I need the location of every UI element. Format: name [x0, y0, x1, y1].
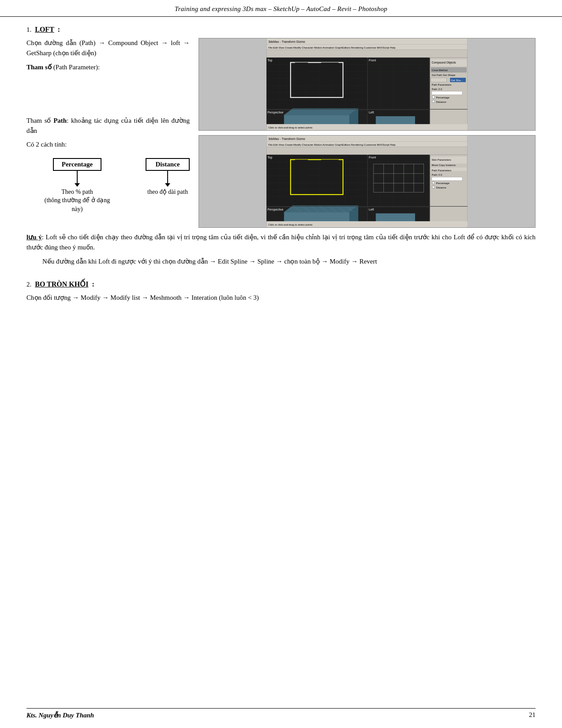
- loft-para1: Chọn đường dẫn (Path) → Compound Object …: [26, 38, 190, 59]
- svg-point-132: [432, 181, 435, 184]
- svg-rect-23: [321, 62, 339, 84]
- svg-rect-131: [432, 177, 462, 181]
- svg-rect-25: [368, 58, 429, 109]
- svg-text:Percentage: Percentage: [436, 96, 450, 99]
- page: Training and expressing 3Ds max – Sketch…: [0, 0, 562, 728]
- percentage-box-wrap: Percentage Theo % path (thông thường để …: [44, 158, 110, 214]
- svg-text:File  Edit  View  Create  Modi: File Edit View Create Modify Character M…: [268, 143, 396, 146]
- svg-text:Path Parameters: Path Parameters: [432, 169, 452, 172]
- svg-text:Path: 0.0: Path: 0.0: [432, 88, 442, 91]
- svg-rect-57: [431, 78, 447, 82]
- loft-para2-bold: Tham số: [26, 64, 52, 71]
- section-loft-heading: 1. LOFT:: [26, 26, 536, 34]
- footer-author: Kts. Nguyễn Duy Thanh: [26, 711, 94, 719]
- svg-text:Click or click-and-drag to sel: Click or click-and-drag to select points: [268, 223, 312, 226]
- percentage-arrow: [77, 171, 78, 184]
- svg-text:Move  Copy  Instance: Move Copy Instance: [432, 164, 456, 166]
- svg-text:Percentage: Percentage: [436, 182, 450, 185]
- svg-rect-22: [295, 62, 308, 84]
- svg-text:Click or click-and-drag to sel: Click or click-and-drag to select points: [268, 126, 312, 129]
- section-loft-number: 1.: [26, 26, 31, 34]
- section-botron-number: 2.: [26, 281, 31, 288]
- footer-page-number: 21: [529, 711, 536, 719]
- svg-rect-76: [266, 155, 367, 207]
- svg-point-134: [432, 186, 435, 189]
- loft-two-col: Chọn đường dẫn (Path) → Compound Object …: [26, 38, 536, 228]
- svg-text:Get Path  Get Shape: Get Path Get Shape: [432, 74, 456, 76]
- main-content: 1. LOFT: Chọn đường dẫn (Path) → Compoun…: [0, 17, 562, 351]
- page-header: Training and expressing 3Ds max – Sketch…: [0, 0, 562, 17]
- svg-rect-94: [368, 155, 429, 207]
- page-footer: Kts. Nguyễn Duy Thanh 21: [26, 708, 536, 719]
- screenshot-2: 3dsMax - Transform Gizmo File Edit View …: [199, 135, 536, 228]
- svg-rect-5: [266, 50, 468, 58]
- loft-para2: Tham số (Path Parameter):: [26, 62, 190, 72]
- svg-text:Top: Top: [267, 156, 272, 159]
- svg-rect-92: [321, 159, 339, 181]
- note-underline: lưu ý: [26, 234, 42, 241]
- svg-point-65: [432, 100, 435, 103]
- distance-label: theo độ dài path: [147, 188, 188, 196]
- distance-box: Distance: [146, 158, 190, 171]
- svg-text:Left: Left: [369, 208, 374, 211]
- loft-para-indent: Nếu đường dẫn khi Loft đi ngược với ý th…: [26, 256, 536, 267]
- loft-screenshots: 3dsMax - Transform Gizmo File Edit View …: [199, 38, 536, 228]
- percentage-label: Theo % path (thông thường để ở dạng này): [44, 188, 110, 214]
- section-loft-title: LOFT: [35, 26, 54, 34]
- svg-text:3dsMax - Transform Gizmo: 3dsMax - Transform Gizmo: [268, 137, 305, 140]
- svg-text:3dsMax - Transform Gizmo: 3dsMax - Transform Gizmo: [268, 40, 305, 43]
- svg-rect-75: [266, 147, 468, 155]
- svg-text:Get Sha...: Get Sha...: [451, 79, 463, 82]
- svg-text:Path: 0.0: Path: 0.0: [432, 174, 442, 176]
- loft-para4: Có 2 cách tính:: [26, 140, 190, 150]
- svg-text:Path Parameters: Path Parameters: [432, 83, 452, 86]
- svg-text:Compound Objects: Compound Objects: [432, 61, 456, 64]
- distance-box-wrap: Distance theo độ dài path: [146, 158, 190, 196]
- section-botron-heading: 2. BO TRÒN KHỐI:: [26, 280, 536, 288]
- section-botron-title: BO TRÒN KHỐI: [35, 280, 88, 288]
- loft-note: lưu ý: Loft sẽ cho tiết diện chạy theo đ…: [26, 232, 536, 253]
- loft-para3: Tham số Path: khoảng tác dụng của tiết d…: [26, 116, 190, 136]
- svg-text:Left: Left: [369, 111, 374, 114]
- svg-text:Distance: Distance: [436, 186, 446, 189]
- screenshot-1: 3dsMax - Transform Gizmo File Edit View …: [199, 38, 536, 131]
- svg-text:Front: Front: [369, 59, 376, 62]
- svg-text:Creat Method: Creat Method: [432, 69, 448, 72]
- svg-text:Top: Top: [267, 59, 272, 62]
- svg-text:Perspective: Perspective: [267, 111, 283, 114]
- svg-text:Distance: Distance: [436, 101, 446, 103]
- svg-rect-62: [432, 91, 462, 95]
- svg-rect-91: [295, 159, 308, 181]
- svg-point-63: [432, 96, 435, 98]
- svg-text:Perspective: Perspective: [267, 208, 283, 211]
- percentage-box: Percentage: [53, 158, 102, 171]
- spacer1: [26, 76, 190, 116]
- section-botron: 2. BO TRÒN KHỐI: Chọn đối tượng → Modify…: [26, 280, 536, 303]
- distance-arrow: [167, 171, 168, 184]
- section-loft: 1. LOFT: Chọn đường dẫn (Path) → Compoun…: [26, 26, 536, 267]
- header-title: Training and expressing 3Ds max – Sketch…: [175, 5, 387, 13]
- svg-rect-6: [266, 58, 367, 109]
- loft-text-col: Chọn đường dẫn (Path) → Compound Object …: [26, 38, 190, 228]
- svg-text:Front: Front: [369, 156, 376, 159]
- svg-text:File  Edit  View  Create  Modi: File Edit View Create Modify Character M…: [268, 46, 396, 49]
- svg-text:Skin Parameters: Skin Parameters: [432, 158, 451, 161]
- diagram-area: Percentage Theo % path (thông thường để …: [44, 158, 190, 214]
- section-botron-para: Chọn đối tượng → Modify → Modify list → …: [26, 293, 536, 303]
